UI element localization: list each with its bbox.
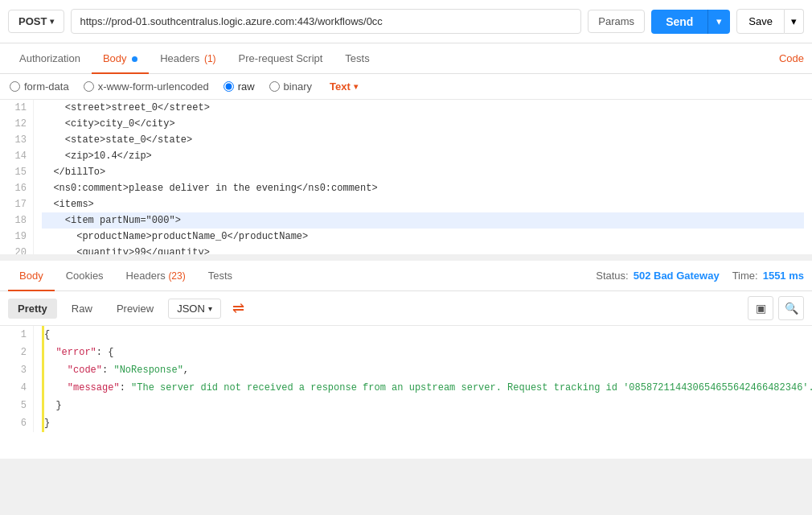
- line-number: 17: [6, 196, 27, 212]
- url-encoded-option[interactable]: x-www-form-urlencoded: [84, 80, 209, 93]
- params-button[interactable]: Params: [588, 10, 645, 33]
- response-tab-nav: Body Cookies Headers (23) Tests Status: …: [0, 261, 812, 291]
- code-link[interactable]: Code: [779, 44, 804, 72]
- tab-authorization[interactable]: Authorization: [8, 44, 92, 74]
- response-line-numbers: 123456: [0, 326, 34, 432]
- method-chevron-icon: ▾: [50, 17, 54, 26]
- line-number: 20: [6, 245, 27, 254]
- save-dropdown-button[interactable]: ▾: [785, 9, 804, 34]
- response-tab-body[interactable]: Body: [8, 262, 55, 291]
- resp-code-line: "code": "NoResponse",: [42, 361, 812, 379]
- resp-line-number: 1: [6, 326, 27, 344]
- resp-line-number: 6: [6, 414, 27, 432]
- line-number: 11: [6, 100, 27, 116]
- request-code-lines[interactable]: <street>street_0</street> <city>city_0</…: [34, 100, 812, 254]
- format-chevron-icon: ▾: [208, 304, 212, 313]
- top-bar: POST ▾ Params Send ▾ Save ▾: [0, 0, 812, 43]
- resp-code-line: "message": "The server did not received …: [42, 379, 812, 397]
- send-button[interactable]: Send: [651, 10, 707, 34]
- response-tab-tests[interactable]: Tests: [197, 262, 244, 291]
- body-options-bar: form-data x-www-form-urlencoded raw bina…: [0, 74, 812, 100]
- method-button[interactable]: POST ▾: [8, 10, 64, 33]
- resp-line-number: 2: [6, 344, 27, 361]
- tab-headers[interactable]: Headers (1): [149, 44, 227, 74]
- code-line: <productName>productName_0</productName>: [42, 229, 804, 245]
- line-number: 18: [6, 212, 27, 229]
- resp-line-number: 4: [6, 379, 27, 397]
- response-tab-headers[interactable]: Headers (23): [115, 262, 197, 291]
- response-code-lines: { "error": { "code": "NoResponse", "mess…: [34, 326, 812, 432]
- tab-tests[interactable]: Tests: [334, 44, 380, 74]
- status-code: 502 Bad Gateway: [634, 270, 720, 282]
- format-select[interactable]: JSON ▾: [168, 299, 221, 319]
- resp-line-number: 5: [6, 397, 27, 414]
- response-toolbar: Pretty Raw Preview JSON ▾ ⇌ ▣ 🔍: [0, 291, 812, 326]
- line-number: 12: [6, 116, 27, 132]
- code-line: <city>city_0</city>: [42, 116, 804, 132]
- tab-prerequest[interactable]: Pre-request Script: [228, 44, 334, 74]
- text-format-dropdown[interactable]: Text ▾: [330, 80, 358, 93]
- resp-tab-pretty[interactable]: Pretty: [8, 299, 57, 319]
- wrap-button[interactable]: ⇌: [226, 296, 252, 320]
- request-line-numbers: 1112131415161718192021: [0, 100, 34, 254]
- resp-line-number: 3: [6, 361, 27, 379]
- code-line: <state>state_0</state>: [42, 132, 804, 148]
- resp-code-line: }: [42, 397, 812, 414]
- raw-option[interactable]: raw: [224, 80, 255, 93]
- resp-tab-raw[interactable]: Raw: [62, 299, 102, 319]
- binary-option[interactable]: binary: [269, 80, 312, 93]
- code-line: <zip>10.4</zip>: [42, 148, 804, 164]
- send-group: Send ▾: [651, 10, 730, 34]
- request-body-editor[interactable]: 1112131415161718192021 <street>street_0<…: [0, 100, 812, 261]
- request-tab-nav: Authorization Body Headers (1) Pre-reque…: [0, 43, 812, 74]
- code-line: <item partNum="000">: [42, 212, 804, 229]
- line-number: 13: [6, 132, 27, 148]
- code-line: </billTo>: [42, 164, 804, 180]
- response-tab-cookies[interactable]: Cookies: [55, 262, 115, 291]
- code-line: <street>street_0</street>: [42, 100, 804, 116]
- body-dot: [132, 56, 137, 62]
- tab-body[interactable]: Body: [92, 44, 149, 74]
- line-number: 16: [6, 180, 27, 196]
- copy-button[interactable]: ▣: [748, 296, 773, 320]
- response-status-info: Status: 502 Bad Gateway Time: 1551 ms: [596, 270, 804, 282]
- save-button[interactable]: Save: [736, 9, 785, 34]
- search-button[interactable]: 🔍: [778, 296, 804, 320]
- code-line: <quantity>99</quantity>: [42, 245, 804, 254]
- response-section: Body Cookies Headers (23) Tests Status: …: [0, 261, 812, 459]
- code-line: <ns0:comment>please deliver in the eveni…: [42, 180, 804, 196]
- send-dropdown-button[interactable]: ▾: [707, 10, 730, 34]
- response-body[interactable]: 123456{ "error": { "code": "NoResponse",…: [0, 326, 812, 459]
- resp-code-line: }: [42, 414, 812, 432]
- line-number: 19: [6, 229, 27, 245]
- line-number: 14: [6, 148, 27, 164]
- resp-tab-preview[interactable]: Preview: [107, 299, 163, 319]
- resp-code-line: {: [42, 326, 812, 344]
- text-format-chevron-icon: ▾: [354, 82, 358, 91]
- url-input[interactable]: [71, 9, 581, 34]
- response-time: 1551 ms: [763, 270, 804, 282]
- save-group: Save ▾: [736, 9, 804, 34]
- line-number: 15: [6, 164, 27, 180]
- code-line: <items>: [42, 196, 804, 212]
- resp-code-line: "error": {: [42, 344, 812, 361]
- method-label: POST: [18, 15, 47, 27]
- form-data-option[interactable]: form-data: [10, 80, 69, 93]
